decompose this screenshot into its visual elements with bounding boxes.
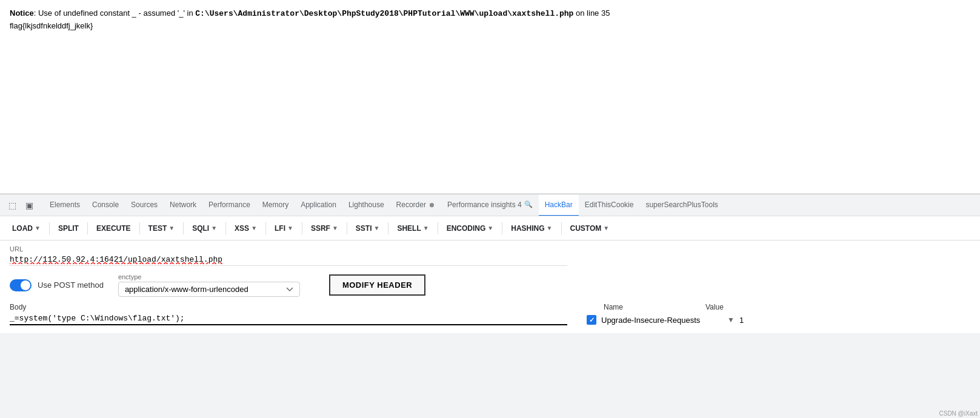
performance-insights-icon: 🔍 [524,201,533,208]
notice-body: : Use of undefined constant _ - assumed … [34,8,196,18]
execute-button[interactable]: EXECUTE [92,222,136,235]
tab-hackbar[interactable]: HackBar [539,194,579,216]
hackbar-content: URL Use POST method enctype application/… [0,241,980,333]
divider-1 [49,222,50,234]
execute-label: EXECUTE [96,224,131,233]
encoding-button[interactable]: ENCODING ▼ [442,222,499,235]
header-arrow-icon: ▼ [727,316,735,324]
divider-10 [438,222,438,234]
tab-recorder[interactable]: Recorder ⏺ [390,194,441,216]
tab-editthiscookie[interactable]: EditThisCookie [579,194,640,216]
ssti-arrow: ▼ [374,225,380,231]
tab-console[interactable]: Console [86,194,125,216]
header-value-col: Value [705,303,724,311]
sqli-button[interactable]: SQLI ▼ [187,222,222,235]
tab-network[interactable]: Network [164,194,202,216]
devtools-icon-group: ⬚ ▣ [2,198,39,213]
tab-application[interactable]: Application [295,194,342,216]
xss-button[interactable]: XSS ▼ [230,222,262,235]
body-row: Body Name Value ▼ [10,303,970,328]
divider-2 [87,222,88,234]
modify-header-button[interactable]: MODIFY HEADER [329,274,425,296]
enctype-section: enctype application/x-www-form-urlencode… [118,273,300,297]
tab-console-label: Console [92,201,119,209]
split-label: SPLIT [58,224,79,233]
divider-7 [302,222,302,234]
shell-label: SHELL [397,224,421,233]
lfi-label: LFI [275,224,285,233]
ssrf-button[interactable]: SSRF ▼ [306,222,343,235]
divider-11 [502,222,502,234]
divider-6 [265,222,266,234]
hashing-label: HASHING [511,224,544,233]
header-value-input[interactable] [739,316,788,325]
tab-elements[interactable]: Elements [44,194,86,216]
body-input[interactable] [10,313,567,325]
ssrf-arrow: ▼ [332,225,338,231]
divider-5 [225,222,226,234]
xss-label: XSS [235,224,249,233]
tab-performance[interactable]: Performance [202,194,256,216]
enctype-label: enctype [118,273,300,280]
test-label: TEST [148,224,167,233]
header-data-row: ▼ [587,315,829,325]
header-checkbox[interactable] [587,315,596,325]
custom-label: CUSTOM [570,224,602,233]
post-toggle[interactable] [10,279,32,291]
tab-network-label: Network [170,201,196,209]
device-icon[interactable]: ▣ [22,198,36,213]
enctype-select[interactable]: application/x-www-form-urlencoded multip… [118,282,300,297]
tab-lighthouse-label: Lighthouse [348,201,384,209]
url-input[interactable] [10,254,567,266]
notice-flag: flag{lkjsdfnkelddfj_jkelk} [10,21,93,30]
load-label: LOAD [12,224,33,233]
url-label: URL [10,245,970,253]
ssti-button[interactable]: SSTI ▼ [351,222,385,235]
encoding-arrow: ▼ [487,225,493,231]
shell-button[interactable]: SHELL ▼ [392,222,433,235]
sqli-label: SQLI [192,224,209,233]
url-section: URL [10,245,970,266]
tab-performance-insights[interactable]: Performance insights 4 🔍 [441,194,539,216]
notice-line: on line 35 [573,8,610,18]
divider-9 [388,222,388,234]
test-arrow: ▼ [168,225,175,231]
test-button[interactable]: TEST ▼ [144,222,180,235]
split-button[interactable]: SPLIT [53,222,84,235]
divider-12 [561,222,562,234]
tab-lighthouse[interactable]: Lighthouse [342,194,390,216]
tab-memory-label: Memory [262,201,288,209]
recorder-filter-icon: ⏺ [428,201,435,208]
header-name-input[interactable] [601,316,722,325]
divider-8 [347,222,347,234]
load-button[interactable]: LOAD ▼ [7,222,45,235]
devtools-panel: ⬚ ▣ Elements Console Sources Network Per… [0,194,980,418]
custom-button[interactable]: CUSTOM ▼ [565,222,615,235]
tab-sources-label: Sources [131,201,158,209]
tab-recorder-label: Recorder [396,201,426,209]
sqli-arrow: ▼ [211,225,217,231]
header-cols-row: Name Value [587,303,829,311]
body-label: Body [10,303,567,311]
ssti-label: SSTI [356,224,372,233]
header-name-col: Name [604,303,701,311]
tab-application-label: Application [301,201,336,209]
inspect-icon[interactable]: ⬚ [5,198,19,213]
notice-bold: Notice [10,8,34,18]
xss-arrow: ▼ [251,225,257,231]
lfi-button[interactable]: LFI ▼ [270,222,298,235]
load-arrow: ▼ [35,225,41,231]
tab-sources[interactable]: Sources [125,194,164,216]
tab-elements-label: Elements [50,201,80,209]
header-section: Name Value ▼ [587,303,829,328]
notice-path: C:\Users\Administrator\Desktop\PhpStudy2… [195,9,573,18]
hackbar-toolbar: LOAD ▼ SPLIT EXECUTE TEST ▼ SQLI ▼ XSS ▼… [0,216,980,241]
tab-supersearchplustools[interactable]: superSearchPlusTools [639,194,724,216]
post-toggle-container: Use POST method [10,279,104,291]
tab-performance-insights-label: Performance insights 4 [447,201,522,209]
tab-memory[interactable]: Memory [256,194,295,216]
divider-4 [183,222,184,234]
lfi-arrow: ▼ [287,225,293,231]
custom-arrow: ▼ [603,225,609,231]
hashing-button[interactable]: HASHING ▼ [506,222,557,235]
